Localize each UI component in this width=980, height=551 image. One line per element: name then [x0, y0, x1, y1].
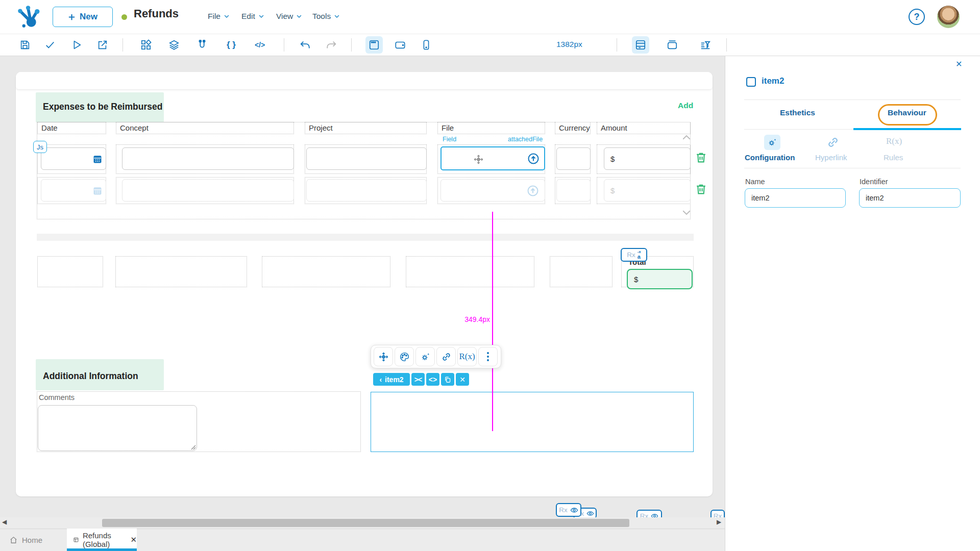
tab-close-icon[interactable]: ✕: [130, 535, 137, 544]
flow-button[interactable]: [193, 36, 211, 54]
project-input-row1[interactable]: [306, 147, 427, 170]
js-script-badge[interactable]: Js: [33, 141, 47, 153]
more-options-button[interactable]: [478, 347, 498, 366]
total-amount-field[interactable]: $: [627, 269, 693, 289]
item2-checkbox[interactable]: [746, 77, 756, 87]
delete-row2-button[interactable]: [695, 183, 707, 195]
currency-input-row1[interactable]: [556, 147, 591, 170]
upload-icon[interactable]: [527, 185, 539, 197]
undo-button[interactable]: [297, 36, 314, 54]
selected-element-pill[interactable]: ‹ item2: [373, 373, 410, 386]
menu-tools-label: Tools: [312, 12, 331, 21]
amount-input-row1[interactable]: $: [604, 147, 691, 170]
eye-icon: [586, 510, 594, 517]
save-button[interactable]: [16, 36, 34, 54]
kebab-menu-icon: [487, 352, 489, 361]
panel-close-icon[interactable]: ✕: [955, 59, 962, 69]
tab-home[interactable]: Home: [9, 529, 64, 551]
viewport-tablet-button[interactable]: [391, 36, 409, 54]
rx-visibility-badge[interactable]: Rx: [556, 503, 581, 517]
resize-handle-icon[interactable]: [191, 445, 196, 450]
export-button[interactable]: [94, 36, 111, 54]
settings-gear-button[interactable]: [415, 347, 435, 366]
name-input[interactable]: [745, 188, 846, 208]
container-view-button[interactable]: [664, 36, 681, 54]
concept-input-row1[interactable]: [122, 147, 294, 170]
redo-button[interactable]: [323, 36, 340, 54]
column-header-concept[interactable]: Concept: [116, 122, 294, 134]
upload-icon[interactable]: [527, 153, 540, 165]
help-button[interactable]: ?: [909, 9, 925, 25]
new-button[interactable]: New: [53, 7, 113, 27]
menu-file[interactable]: File: [208, 9, 230, 23]
delete-row1-button[interactable]: [695, 151, 707, 164]
column-header-date[interactable]: Date: [37, 122, 106, 134]
column-header-file[interactable]: File: [437, 122, 545, 134]
scroll-left-arrow[interactable]: ◀: [2, 518, 7, 525]
identifier-input[interactable]: [859, 188, 961, 208]
validate-button[interactable]: [41, 36, 59, 54]
table-scroll-down-icon[interactable]: [682, 209, 691, 216]
tab-esthetics[interactable]: Esthetics: [780, 108, 815, 117]
menu-edit[interactable]: Edit: [241, 9, 264, 23]
calendar-icon[interactable]: [92, 186, 103, 196]
braces-button[interactable]: { }: [223, 36, 240, 54]
calendar-icon[interactable]: [92, 154, 103, 164]
form-view-button[interactable]: [632, 36, 649, 54]
subtab-rules-label[interactable]: Rules: [884, 153, 903, 162]
file-upload-field-row1-selected[interactable]: [440, 146, 545, 170]
duplicate-element-button[interactable]: [441, 373, 454, 386]
concept-input-row2[interactable]: [122, 179, 294, 202]
run-button[interactable]: [68, 36, 85, 54]
data-filter-button[interactable]: [697, 36, 714, 54]
viewport-desktop-button[interactable]: [365, 36, 383, 54]
eye-icon: [570, 506, 578, 514]
rules-button[interactable]: R(x): [457, 347, 477, 366]
date-input-row2[interactable]: [41, 179, 106, 202]
collapse-element-button[interactable]: ><: [411, 373, 425, 386]
subtab-hyperlink[interactable]: [826, 136, 840, 149]
viewport-mobile-button[interactable]: [418, 36, 435, 54]
scroll-right-arrow[interactable]: ▶: [717, 518, 721, 525]
new-button-label: New: [80, 12, 97, 22]
file-upload-field-row2[interactable]: [440, 179, 545, 202]
formula-badge[interactable]: Rx -xa: [621, 248, 647, 262]
hyperlink-button[interactable]: [436, 347, 456, 366]
element-code-button[interactable]: <>: [426, 373, 439, 386]
subtab-configuration-label[interactable]: Configuration: [745, 153, 795, 162]
scrollbar-thumb[interactable]: [102, 519, 629, 527]
esthetics-palette-button[interactable]: [395, 347, 414, 366]
layers-button[interactable]: [165, 36, 183, 54]
comments-textarea[interactable]: [38, 405, 197, 451]
add-row-link[interactable]: Add: [678, 101, 693, 110]
widgets-icon: [140, 39, 152, 51]
column-header-currency[interactable]: Currency: [555, 122, 591, 134]
undo-icon: [300, 39, 311, 51]
widgets-button[interactable]: [137, 36, 155, 54]
subtab-hyperlink-label[interactable]: Hyperlink: [815, 153, 847, 162]
collapse-icon: ><: [414, 375, 422, 384]
toolbar-divider: [726, 38, 727, 52]
move-element-button[interactable]: [374, 347, 393, 366]
column-header-amount[interactable]: Amount: [597, 122, 691, 134]
user-avatar[interactable]: [937, 6, 960, 28]
menu-tools[interactable]: Tools: [312, 9, 340, 23]
amount-input-row2[interactable]: $: [604, 179, 691, 202]
selected-item2-container[interactable]: [371, 392, 694, 452]
js-badge-label: Js: [37, 143, 43, 151]
table-scroll-up-icon[interactable]: [682, 134, 691, 141]
column-header-project[interactable]: Project: [305, 122, 427, 134]
deselect-element-button[interactable]: ✕: [456, 373, 469, 386]
toolbar-divider: [122, 38, 123, 52]
date-input-row1[interactable]: [41, 147, 106, 170]
source-code-button[interactable]: </>: [251, 36, 268, 54]
project-input-row2[interactable]: [306, 179, 427, 202]
subtab-configuration[interactable]: [764, 135, 780, 150]
tab-refunds-global[interactable]: Refunds (Global) ✕: [67, 529, 137, 551]
subtab-rules-icon[interactable]: R(x): [886, 136, 902, 146]
tab-home-label: Home: [22, 536, 42, 544]
menu-view[interactable]: View: [276, 9, 302, 23]
currency-symbol: $: [610, 155, 615, 163]
currency-input-row2[interactable]: [556, 179, 591, 202]
panel-divider: [744, 99, 961, 100]
